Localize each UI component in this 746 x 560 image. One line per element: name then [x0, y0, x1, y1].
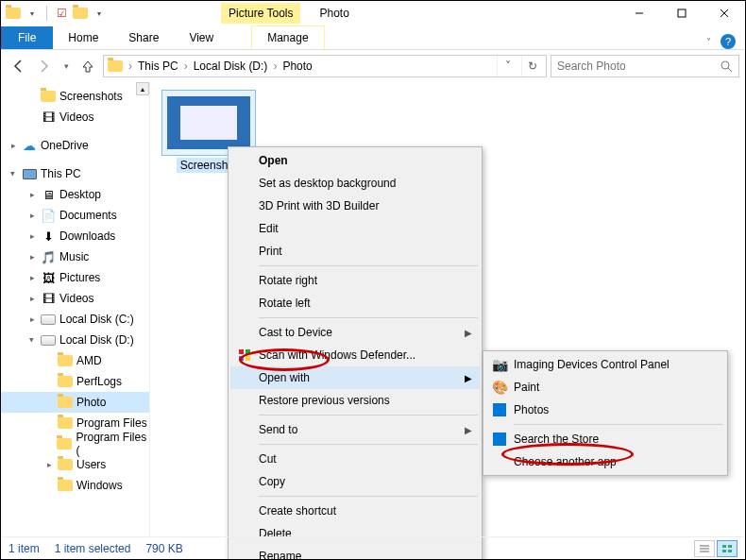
menu-item[interactable]: Create shortcut [230, 500, 480, 522]
tree-expand-icon[interactable]: ▸ [27, 273, 37, 282]
up-button[interactable] [76, 55, 99, 77]
context-submenu-open-with[interactable]: 📷Imaging Devices Control Panel🎨PaintPhot… [483, 350, 728, 476]
quick-access-toolbar: ▾ ☑ ▾ [5, 5, 108, 22]
svg-rect-16 [728, 550, 732, 552]
tree-expand-icon[interactable]: ▸ [27, 211, 37, 220]
tab-file[interactable]: File [1, 26, 53, 49]
tree-expand-icon[interactable]: ▸ [8, 169, 18, 178]
forward-button[interactable] [33, 55, 56, 77]
tree-expand-icon[interactable]: ▸ [27, 231, 37, 241]
help-icon[interactable]: ? [721, 34, 736, 49]
properties-icon[interactable]: ☑ [53, 5, 70, 22]
svg-rect-1 [678, 9, 686, 17]
tree-item[interactable]: ▸🎵Music [1, 246, 149, 267]
tree-scroll-up[interactable]: ▴ [136, 82, 149, 95]
menu-item-label: Rotate right [259, 274, 317, 287]
back-button[interactable] [7, 55, 29, 77]
menu-item[interactable]: Cut [230, 448, 480, 470]
tree-item[interactable]: ▸Users [1, 454, 149, 475]
breadcrumb-folder[interactable]: Photo [282, 59, 312, 73]
menu-item[interactable]: 📷Imaging Devices Control Panel [485, 353, 725, 376]
tree-item[interactable]: Windows [1, 475, 149, 496]
store-icon [491, 431, 508, 448]
chevron-right-icon[interactable]: › [271, 59, 279, 73]
tree-item[interactable]: ▸🎞Videos [1, 288, 149, 309]
tree-item[interactable]: ▸🖼Pictures [1, 267, 149, 288]
tab-home[interactable]: Home [53, 26, 113, 49]
qat-customize-icon[interactable]: ▾ [91, 5, 108, 22]
qat-chevron-icon[interactable]: ▾ [24, 5, 41, 22]
recent-locations-button[interactable]: ▾ [59, 55, 73, 77]
tree-item[interactable]: ▸This PC [1, 163, 149, 184]
chevron-right-icon[interactable]: › [127, 59, 134, 73]
view-thumbnails-button[interactable] [717, 540, 738, 557]
tree-expand-icon[interactable]: ▸ [27, 190, 37, 199]
menu-item[interactable]: Choose another app [485, 450, 725, 473]
menu-item[interactable]: Rotate left [230, 292, 480, 314]
minimize-button[interactable] [618, 1, 660, 25]
menu-item[interactable]: 3D Print with 3D Builder [230, 195, 480, 217]
tree-item[interactable]: ▸☁OneDrive [1, 135, 149, 156]
defender-icon [236, 347, 253, 364]
tree-item[interactable]: ▸Local Disk (D:) [1, 330, 149, 350]
tree-item[interactable]: PerfLogs [1, 371, 149, 392]
menu-item[interactable]: Print [230, 240, 480, 263]
menu-item[interactable]: 🎨Paint [485, 376, 725, 399]
tree-item[interactable]: AMD [1, 350, 149, 371]
menu-item-label: Rotate left [259, 297, 311, 310]
tree-item-icon [58, 374, 73, 389]
tree-item[interactable]: Screenshots [1, 86, 149, 107]
refresh-button[interactable]: ↻ [521, 56, 542, 76]
maximize-button[interactable] [660, 1, 703, 25]
navigation-pane[interactable]: ▴ Screenshots🎞Videos▸☁OneDrive▸This PC▸🖥… [1, 82, 150, 537]
breadcrumb-this-pc[interactable]: This PC [138, 59, 178, 73]
tree-expand-icon[interactable]: ▸ [27, 314, 37, 324]
menu-item[interactable]: Cast to Device▶ [230, 321, 480, 344]
menu-item-label: Open [259, 154, 288, 167]
menu-item[interactable]: Open with▶ [230, 366, 480, 389]
menu-item-label: 3D Print with 3D Builder [259, 199, 379, 212]
chevron-right-icon[interactable]: › [182, 59, 190, 73]
new-folder-icon[interactable] [72, 5, 89, 22]
menu-item[interactable]: Edit [230, 217, 480, 240]
tree-expand-icon[interactable]: ▸ [44, 460, 54, 469]
tab-view[interactable]: View [174, 26, 229, 49]
menu-item[interactable]: Copy [230, 470, 480, 493]
menu-item-label: Cast to Device [259, 326, 332, 339]
address-history-button[interactable]: ˅ [497, 56, 517, 76]
menu-item[interactable]: Photos [485, 399, 725, 421]
view-details-button[interactable] [694, 540, 715, 557]
menu-item[interactable]: Send to▶ [230, 418, 480, 441]
menu-item[interactable]: Set as desktop background [230, 172, 480, 195]
svg-line-5 [728, 68, 732, 72]
menu-item[interactable]: Scan with Windows Defender... [230, 344, 480, 366]
menu-item[interactable]: Restore previous versions [230, 389, 480, 412]
menu-item[interactable]: Open [230, 149, 480, 172]
menu-item[interactable]: Search the Store [485, 428, 725, 450]
menu-item[interactable]: Rotate right [230, 269, 480, 292]
tree-item[interactable]: ▸📄Documents [1, 205, 149, 226]
tab-manage[interactable]: Manage [251, 25, 324, 49]
tree-item[interactable]: Program Files ( [1, 433, 149, 454]
menu-item-label: Set as desktop background [259, 177, 396, 190]
tree-expand-icon[interactable]: ▸ [8, 141, 18, 150]
tree-expand-icon[interactable]: ▸ [27, 252, 37, 262]
tree-expand-icon[interactable]: ▸ [27, 294, 37, 303]
tree-expand-icon[interactable]: ▸ [27, 335, 37, 345]
address-bar[interactable]: › This PC › Local Disk (D:) › Photo ˅ ↻ [103, 55, 547, 77]
status-selected-count: 1 item selected [55, 542, 131, 555]
tree-item[interactable]: ▸⬇Downloads [1, 226, 149, 246]
folder-icon [5, 5, 22, 22]
ribbon-expand-icon[interactable]: ˅ [706, 37, 711, 47]
search-icon [720, 59, 733, 73]
tree-item-icon [58, 457, 73, 472]
breadcrumb-drive[interactable]: Local Disk (D:) [194, 59, 268, 73]
tree-item[interactable]: Photo [1, 392, 149, 413]
tree-item[interactable]: ▸🖥Desktop [1, 184, 149, 205]
search-input[interactable]: Search Photo [551, 55, 739, 77]
tab-share[interactable]: Share [113, 26, 174, 49]
tree-item[interactable]: 🎞Videos [1, 107, 149, 127]
context-menu[interactable]: OpenSet as desktop background3D Print wi… [228, 146, 483, 560]
close-button[interactable] [703, 1, 745, 25]
tree-item[interactable]: ▸Local Disk (C:) [1, 309, 149, 330]
